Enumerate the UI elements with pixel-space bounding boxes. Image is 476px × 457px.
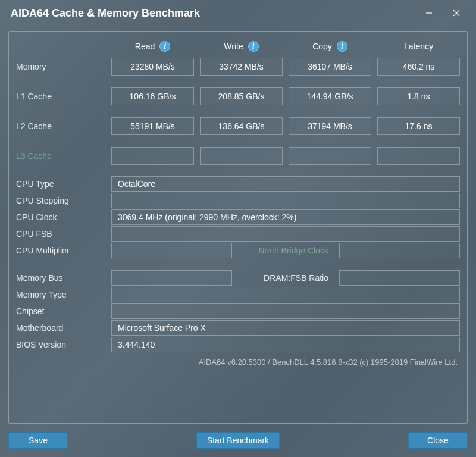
cpu-info-block: CPU Type OctalCore CPU Stepping CPU Cloc…: [16, 176, 460, 242]
header-copy: Copy i: [289, 37, 371, 58]
header-latency: Latency: [377, 38, 460, 57]
label-dram-fsb: DRAM:FSB Ratio: [238, 270, 333, 286]
value-cpu-stepping: [111, 193, 460, 208]
value-dram-fsb: [339, 270, 460, 286]
label-chipset: Chipset: [16, 303, 105, 320]
close-window-button[interactable]: [443, 4, 470, 23]
value-cpu-type: OctalCore: [111, 176, 460, 192]
row-label-memory: Memory: [16, 58, 105, 75]
benchmark-header-row: Read i Write i Copy i Latency: [16, 37, 460, 58]
row-l1: L1 Cache 106.16 GB/s 208.85 GB/s 144.94 …: [16, 87, 460, 105]
row-memory-bus: Memory Bus DRAM:FSB Ratio: [16, 270, 460, 286]
label-cpu-multiplier: CPU Multiplier: [16, 242, 105, 259]
value-bios: 3.444.140: [111, 337, 460, 352]
l3-copy[interactable]: [289, 147, 371, 165]
label-cpu-type: CPU Type: [16, 176, 105, 192]
header-copy-label: Copy: [312, 42, 332, 51]
value-motherboard: Microsoft Surface Pro X: [111, 320, 460, 336]
info-icon[interactable]: i: [159, 41, 170, 52]
header-write: Write i: [200, 37, 283, 58]
minimize-icon: [425, 10, 433, 17]
memory-info-block: Memory Type Chipset Motherboard Microsof…: [16, 286, 460, 353]
row-label-l2: L2 Cache: [16, 118, 105, 134]
row-label-l3: L3 Cache: [16, 148, 105, 164]
row-l2: L2 Cache 55191 MB/s 136.64 GB/s 37194 MB…: [16, 117, 460, 135]
l3-write[interactable]: [200, 147, 283, 165]
label-north-bridge: North Bridge Clock: [238, 242, 333, 259]
l2-read[interactable]: 55191 MB/s: [111, 117, 194, 135]
value-memory-type: [111, 287, 460, 302]
footer-version: AIDA64 v6.20.5300 / BenchDLL 4.5.816.8-x…: [16, 353, 460, 367]
save-button[interactable]: Save: [8, 432, 68, 449]
minimize-button[interactable]: [415, 4, 443, 23]
row-memory: Memory 23280 MB/s 33742 MB/s 36107 MB/s …: [16, 58, 460, 76]
label-bios: BIOS Version: [16, 336, 105, 353]
value-chipset: [111, 303, 460, 319]
header-read-label: Read: [135, 42, 155, 51]
memory-copy[interactable]: 36107 MB/s: [289, 58, 371, 76]
l1-copy[interactable]: 144.94 GB/s: [289, 87, 371, 105]
label-memory-bus: Memory Bus: [16, 270, 105, 286]
l2-copy[interactable]: 37194 MB/s: [289, 117, 371, 135]
label-motherboard: Motherboard: [16, 320, 105, 336]
header-write-label: Write: [224, 42, 243, 51]
titlebar: AIDA64 Cache & Memory Benchmark: [0, 0, 476, 26]
value-cpu-clock: 3069.4 MHz (original: 2990 MHz, overcloc…: [111, 209, 460, 225]
memory-write[interactable]: 33742 MB/s: [200, 58, 283, 76]
label-memory-type: Memory Type: [16, 286, 105, 303]
window-title: AIDA64 Cache & Memory Benchmark: [11, 7, 200, 20]
l1-read[interactable]: 106.16 GB/s: [111, 87, 194, 105]
l3-latency[interactable]: [377, 147, 460, 165]
value-cpu-fsb: [111, 226, 460, 242]
label-cpu-stepping: CPU Stepping: [16, 192, 105, 209]
info-icon[interactable]: i: [248, 41, 259, 52]
l2-write[interactable]: 136.64 GB/s: [200, 117, 283, 135]
header-read: Read i: [111, 37, 194, 58]
start-benchmark-button[interactable]: Start Benchmark: [196, 432, 280, 449]
label-cpu-fsb: CPU FSB: [16, 226, 105, 242]
window-controls: [415, 4, 470, 23]
close-icon: [453, 10, 460, 17]
close-button[interactable]: Close: [408, 432, 468, 449]
bottom-bar: Save Start Benchmark Close: [8, 431, 468, 450]
memory-read[interactable]: 23280 MB/s: [111, 58, 194, 76]
memory-latency[interactable]: 460.2 ns: [377, 58, 460, 76]
l1-latency[interactable]: 1.8 ns: [377, 87, 460, 105]
l2-latency[interactable]: 17.6 ns: [377, 117, 460, 135]
label-cpu-clock: CPU Clock: [16, 209, 105, 226]
l1-write[interactable]: 208.85 GB/s: [200, 87, 283, 105]
row-cpu-multiplier: CPU Multiplier North Bridge Clock: [16, 242, 460, 259]
value-north-bridge: [339, 243, 460, 258]
benchmark-panel: Read i Write i Copy i Latency Memory 232…: [8, 31, 468, 424]
l3-read[interactable]: [111, 147, 194, 165]
row-l3: L3 Cache: [16, 147, 460, 165]
value-cpu-multiplier: [111, 243, 232, 258]
header-latency-label: Latency: [404, 42, 433, 51]
info-icon[interactable]: i: [337, 41, 347, 52]
row-label-l1: L1 Cache: [16, 88, 105, 105]
value-memory-bus: [111, 270, 232, 286]
